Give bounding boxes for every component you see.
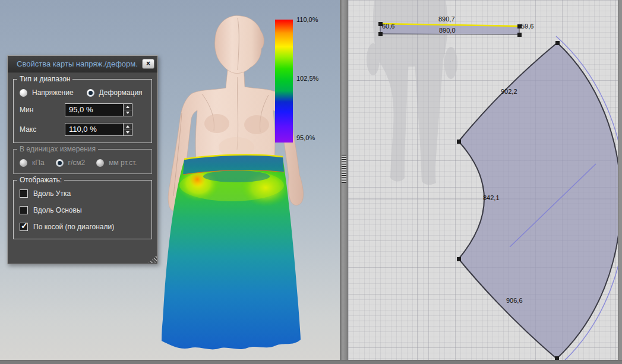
- radio-label: мм рт.ст.: [109, 159, 137, 167]
- dialog-title: Свойства карты напряж./деформ.: [17, 59, 149, 68]
- close-icon[interactable]: ×: [142, 59, 154, 69]
- window-right-border: [618, 0, 622, 364]
- application-window: 110,0% 102,5% 95,0% Свойства карты напря…: [0, 0, 622, 364]
- checkbox-icon: [20, 189, 28, 198]
- check-icon: ✓: [21, 221, 28, 230]
- waistband-top-length-label: 890,7: [438, 15, 455, 23]
- spinner-down-button[interactable]: [124, 129, 132, 136]
- radio-icon: [20, 159, 27, 167]
- group-legend: В единицах измерения: [17, 145, 98, 153]
- min-label: Мин: [20, 106, 65, 114]
- group-type-and-range: Тип и диапазон Напряжение Деформация Мин: [13, 79, 152, 143]
- radio-label: г/см2: [68, 159, 86, 167]
- strain-color-scale: [275, 20, 293, 143]
- spinner-down-button[interactable]: [124, 110, 132, 116]
- radio-stress[interactable]: Напряжение: [20, 88, 74, 97]
- min-spinner: [123, 104, 132, 116]
- spinner-up-button[interactable]: [124, 104, 132, 110]
- group-legend: Отображать:: [17, 176, 64, 184]
- radio-mmhg[interactable]: мм рт.ст.: [96, 159, 137, 167]
- skirt-bottom-edge-label: 906,6: [506, 297, 523, 304]
- skirt-waist-edge-label: 842,1: [483, 194, 500, 201]
- checkbox-along-weft[interactable]: Вдоль Утка: [20, 189, 146, 198]
- group-legend: Тип и диапазон: [17, 75, 72, 83]
- radio-kpa[interactable]: кПа: [20, 159, 45, 167]
- checkbox-label: Вдоль Основы: [33, 206, 82, 214]
- max-spinner: [123, 124, 132, 135]
- dialog-body: Тип и диапазон Напряжение Деформация Мин: [8, 72, 157, 239]
- checkbox-label: Вдоль Утка: [33, 189, 71, 198]
- waistband-left-height-label: 60,6: [382, 23, 394, 30]
- radio-g-cm2[interactable]: г/см2: [56, 159, 86, 167]
- max-input[interactable]: 110,0 %: [65, 123, 132, 136]
- min-value: 95,0 %: [65, 105, 93, 114]
- checkbox-label: По косой (по диагонали): [33, 223, 114, 231]
- 3d-viewport[interactable]: 110,0% 102,5% 95,0% Свойства карты напря…: [0, 0, 340, 360]
- color-scale-max-label: 110,0%: [296, 16, 318, 23]
- radio-label: Напряжение: [32, 88, 74, 97]
- color-scale-min-label: 95,0%: [296, 134, 315, 141]
- checkbox-along-warp[interactable]: Вдоль Основы: [20, 206, 146, 214]
- group-measurement-units: В единицах измерения кПа г/см2 мм рт.: [13, 149, 152, 174]
- spinner-up-button[interactable]: [124, 124, 132, 129]
- waistband-bottom-length-label: 890,0: [439, 27, 456, 34]
- mannequin-head[interactable]: [215, 15, 264, 73]
- checkbox-icon: [20, 206, 28, 214]
- pattern-2d-viewport[interactable]: 890,7 890,0 60,6 59,6 902,2 842,1 906,6: [348, 0, 618, 360]
- window-bottom-border: [0, 360, 622, 364]
- checkbox-bias-diagonal[interactable]: ✓ По косой (по диагонали): [20, 223, 146, 231]
- spinner-up-icon: [126, 125, 130, 128]
- radio-selected-icon: [56, 159, 64, 167]
- max-value: 110,0 %: [65, 125, 97, 134]
- panel-splitter[interactable]: [340, 0, 348, 360]
- spinner-down-icon: [126, 131, 130, 134]
- splitter-grip-icon: [342, 156, 346, 183]
- radio-label: Деформация: [99, 88, 143, 97]
- stress-strain-map-properties-dialog: Свойства карты напряж./деформ. × Тип и д…: [7, 55, 158, 264]
- group-display-options: Отображать: Вдоль Утка Вдоль Основы ✓ По…: [13, 180, 152, 239]
- min-input[interactable]: 95,0 %: [65, 103, 132, 116]
- radio-label: кПа: [32, 159, 45, 167]
- spinner-down-icon: [126, 112, 130, 114]
- spinner-up-icon: [126, 106, 130, 108]
- radio-icon: [96, 159, 104, 167]
- waistband-right-height-label: 59,6: [521, 23, 533, 30]
- max-label: Макс: [20, 125, 65, 134]
- skirt-top-edge-label: 902,2: [501, 88, 517, 95]
- skirt-strain-map[interactable]: [162, 156, 301, 350]
- dialog-titlebar[interactable]: Свойства карты напряж./деформ. ×: [8, 56, 157, 72]
- radio-strain[interactable]: Деформация: [87, 88, 143, 97]
- radio-selected-icon: [87, 89, 94, 97]
- checkbox-checked-icon: ✓: [20, 223, 28, 231]
- dialog-resize-grip[interactable]: [149, 255, 157, 263]
- color-scale-mid-label: 102,5%: [296, 75, 318, 82]
- radio-icon: [20, 89, 27, 97]
